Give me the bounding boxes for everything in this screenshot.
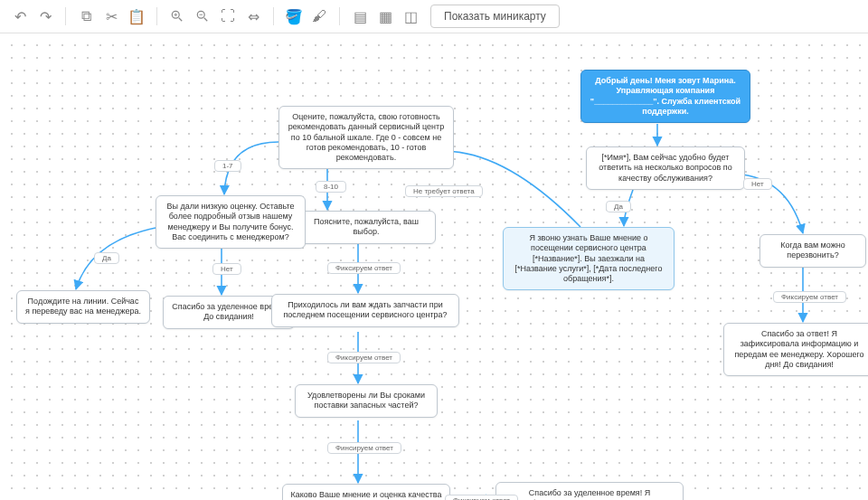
undo-icon[interactable]: ↶ xyxy=(9,5,31,27)
view-icon[interactable]: ◫ xyxy=(400,5,421,27)
edge-label: Нет xyxy=(212,263,241,275)
node-transfer[interactable]: Подождите на линии. Сейчас я переведу ва… xyxy=(16,290,150,324)
node-callback[interactable]: Когда вам можно перезвонить? xyxy=(760,234,866,268)
cut-icon[interactable]: ✂ xyxy=(100,5,122,27)
grid-icon[interactable]: ▦ xyxy=(374,5,396,27)
redo-icon[interactable]: ↷ xyxy=(34,5,56,27)
copy-icon[interactable]: ⧉ xyxy=(75,5,97,27)
node-nps[interactable]: Оцените, пожалуйста, свою готовность рек… xyxy=(278,106,454,169)
edge-label: Финсируем ответ xyxy=(327,442,401,454)
align-h-icon[interactable]: ⇔ xyxy=(242,5,264,27)
layer-icon[interactable]: ▤ xyxy=(349,5,371,27)
edge-label: 8-10 xyxy=(316,181,346,193)
edge-label: Фиксируем ответ xyxy=(445,495,518,500)
node-parts-wait[interactable]: Приходилось ли вам ждать запчасти при по… xyxy=(271,294,459,327)
svg-line-1 xyxy=(179,18,183,22)
node-q-time[interactable]: [*Имя*], Вам сейчас удобно будет ответит… xyxy=(586,146,745,190)
fit-icon[interactable]: ⛶ xyxy=(217,5,239,27)
node-quality[interactable]: Каково Ваше мнение и оценка качества вып… xyxy=(282,484,450,500)
edge-label: Фиксируем ответ xyxy=(773,291,846,303)
node-purpose[interactable]: Я звоню узнать Ваше мнение о посещении с… xyxy=(503,227,675,290)
edge-label: 1-7 xyxy=(214,160,241,172)
node-parts-ok[interactable]: Удовлетворены ли Вы сроками поставки зап… xyxy=(295,384,438,418)
zoom-in-icon[interactable] xyxy=(166,5,188,27)
edge-label: Фиксируем ответ xyxy=(327,262,401,274)
node-lowscore[interactable]: Вы дали низкую оценку. Оставьте более по… xyxy=(156,195,306,249)
edge-label: Да xyxy=(606,201,631,212)
zoom-out-icon[interactable] xyxy=(192,5,213,27)
brush-icon[interactable]: 🖌 xyxy=(308,5,330,27)
svg-line-5 xyxy=(204,18,208,22)
bucket-icon[interactable]: 🪣 xyxy=(283,5,305,27)
node-start[interactable]: Добрый день! Меня зовут Марина. Управляю… xyxy=(580,70,750,123)
node-explain[interactable]: Поясните, пожалуйста, ваш выбор. xyxy=(297,211,436,244)
paste-icon[interactable]: 📋 xyxy=(126,5,147,27)
edge-label: Да xyxy=(94,252,119,264)
show-minimap-button[interactable]: Показать миникарту xyxy=(430,5,560,28)
edge-label: Не требует ответа xyxy=(405,185,483,197)
edge-label: Нет xyxy=(743,178,772,190)
edge-label: Фиксируем ответ xyxy=(327,352,401,363)
node-thanks-cb[interactable]: Спасибо за ответ! Я зафиксировала информ… xyxy=(723,323,868,376)
node-final[interactable]: Спасибо за уделенное время! Я зафиксиров… xyxy=(495,482,684,500)
toolbar: ↶ ↷ ⧉ ✂ 📋 ⛶ ⇔ 🪣 🖌 ▤ ▦ ◫ Показать миникар… xyxy=(0,0,868,33)
diagram-canvas[interactable]: Добрый день! Меня зовут Марина. Управляю… xyxy=(0,33,868,500)
